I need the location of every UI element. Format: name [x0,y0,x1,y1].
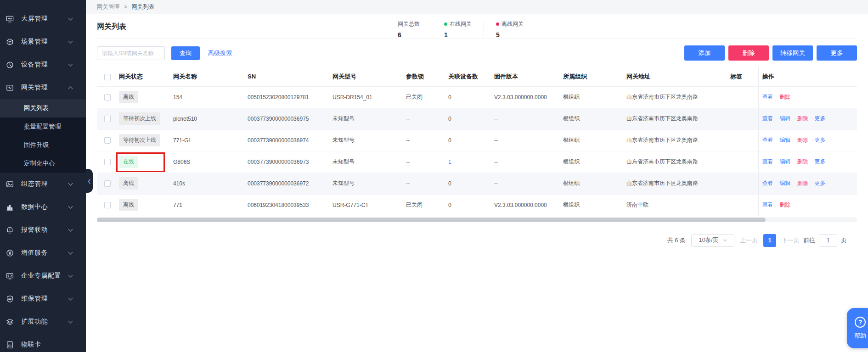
row-checkbox[interactable] [104,94,111,101]
scrollbar-thumb[interactable] [97,218,766,222]
select-all-checkbox[interactable] [104,74,111,80]
action-edit-link[interactable]: 编辑 [780,115,791,122]
cell-tag [727,173,758,194]
sidebar-item-label: 设备管理 [21,61,48,69]
breadcrumb-separator-icon: > [124,4,127,10]
cell-org: 根组织 [559,194,623,216]
linked-devices-link[interactable]: 1 [448,159,451,165]
next-page-button[interactable]: 下一页 [782,236,800,245]
sidebar-subitem-gateway-list[interactable]: 网关列表 [0,99,86,117]
sidebar-item-data-center[interactable]: 数据中心 [0,196,86,218]
sidebar-item-device[interactable]: 设备管理 [0,53,86,76]
row-checkbox[interactable] [104,116,111,122]
action-delete-link[interactable]: 删除 [797,137,808,143]
column-header: 网关型号 [329,67,402,86]
row-checkbox[interactable] [104,159,111,165]
action-more-link[interactable]: 更多 [815,137,826,143]
cell-sn: 00037739000000036975 [244,108,329,129]
cell-org: 根组织 [559,108,623,129]
cell-linked-devices: 1 [445,151,490,173]
table-row: 等待初次上线771-GL00037739000000036974未知型号--0-… [97,129,857,151]
action-more-link[interactable]: 更多 [815,180,826,186]
action-delete-link[interactable]: 删除 [797,180,808,186]
goto-page-input[interactable] [819,234,837,247]
sidebar-item-big-screen[interactable]: 大屏管理 [0,7,86,30]
add-button[interactable]: 添加 [684,45,725,61]
sidebar-item-alarm-linkage[interactable]: 报警联动 [0,218,86,241]
stat-0: 网关总数6 [398,20,432,39]
status-badge: 离线 [119,199,138,211]
sidebar-item-maintenance[interactable]: 维保管理 [0,287,86,310]
delete-button[interactable]: 删除 [728,45,769,61]
layers-icon [6,318,14,326]
row-checkbox[interactable] [104,137,111,144]
transfer-gateway-button[interactable]: 转移网关 [772,45,813,61]
sidebar-subitem-customization-center[interactable]: 定制化中心 [0,154,86,173]
action-edit-link[interactable]: 编辑 [780,158,791,165]
sidebar-item-scene[interactable]: 场景管理 [0,30,86,53]
alarm-icon [6,226,14,234]
more-button[interactable]: 更多 [817,45,857,61]
action-edit-link[interactable]: 编辑 [780,180,791,186]
cell-gateway-name: 410s [169,173,244,194]
status-badge: 等待初次上线 [119,112,160,125]
search-input[interactable] [97,46,165,60]
action-view-link[interactable]: 查看 [762,180,773,186]
action-delete-link[interactable]: 删除 [780,201,791,208]
cell-linked-devices: 0 [445,86,490,108]
action-delete-link[interactable]: 删除 [797,115,808,122]
column-header: 固件版本 [490,67,559,86]
cell-sn: 00037739000000036973 [244,151,329,173]
action-view-link[interactable]: 查看 [762,94,773,100]
row-checkbox[interactable] [104,180,111,187]
action-delete-link[interactable]: 删除 [797,158,808,165]
sidebar-item-hmi-config[interactable]: 组态管理 [0,173,86,196]
action-view-link[interactable]: 查看 [762,158,773,165]
cell-model: 未知型号 [329,173,402,194]
action-view-link[interactable]: 查看 [762,115,773,122]
column-header: 操作 [758,67,857,86]
action-view-link[interactable]: 查看 [762,137,773,143]
advanced-search-link[interactable]: 高级搜索 [208,49,232,57]
action-more-link[interactable]: 更多 [815,115,826,122]
cell-sn: 00037739000000036974 [244,129,329,151]
cell-firmware: -- [490,129,559,151]
action-view-link[interactable]: 查看 [762,201,773,208]
main-panel: ❮ 网关管理 > 网关列表 网关列表 网关总数6在线网关1离线网关5 查询 高级… [86,0,868,352]
sidebar-item-label: 大屏管理 [21,15,48,23]
chevron-up-icon [68,86,73,91]
linked-devices-count: 0 [448,180,451,187]
sidebar-submenu-gateway: 网关列表批量配置管理固件升级定制化中心 [0,99,86,173]
sidebar-item-enterprise-config[interactable]: 企业专属配置 [0,264,86,287]
sidebar-subitem-firmware-upgrade[interactable]: 固件升级 [0,136,86,154]
row-checkbox[interactable] [104,202,111,208]
action-edit-link[interactable]: 编辑 [780,137,791,143]
cell-sn: 00601923041800039533 [244,194,329,216]
cell-param-lock: -- [402,129,445,151]
status-badge: 离线 [119,177,138,190]
stat-label: 离线网关 [502,20,524,28]
sidebar-item-label: 企业专属配置 [21,272,61,280]
sidebar-collapse-handle[interactable]: ❮ [86,169,93,193]
cell-address: 济南中欧 [623,194,727,216]
horizontal-scrollbar [97,218,857,222]
sidebar-item-gateway[interactable]: 网关管理 [0,76,86,99]
action-more-link[interactable]: 更多 [815,158,826,165]
goto-prefix: 前往 [803,236,815,245]
sidebar-item-label: 维保管理 [21,295,48,303]
linked-devices-count: 0 [448,116,451,122]
help-button[interactable]: ? 帮助 [847,308,868,348]
card-icon [6,341,14,349]
sidebar-item-iot-card[interactable]: 物联卡 [0,333,86,352]
query-button[interactable]: 查询 [171,46,200,60]
sidebar-item-extensions[interactable]: 扩展功能 [0,310,86,333]
page-size-select[interactable]: 10条/页 [691,234,734,247]
prev-page-button[interactable]: 上一页 [740,236,758,245]
sidebar-item-value-added[interactable]: 增值服务 [0,241,86,264]
current-page-button[interactable]: 1 [763,234,776,247]
sidebar-subitem-batch-config[interactable]: 批量配置管理 [0,117,86,136]
action-delete-link[interactable]: 删除 [780,94,791,100]
app-window: 大屏管理场景管理设备管理网关管理网关列表批量配置管理固件升级定制化中心组态管理数… [0,0,868,352]
breadcrumb-item-gateway-mgmt[interactable]: 网关管理 [97,3,120,11]
yen-icon [6,249,14,257]
